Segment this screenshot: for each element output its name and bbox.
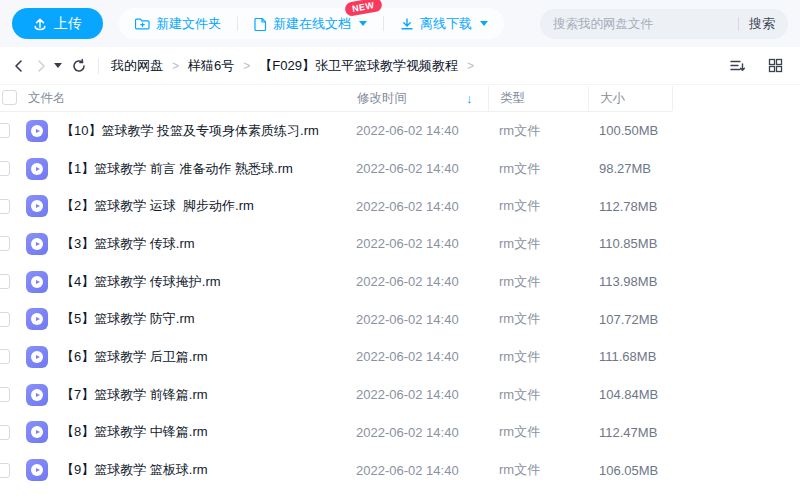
grid-view-icon[interactable] bbox=[764, 55, 786, 77]
breadcrumb-separator: > bbox=[172, 59, 179, 73]
file-name[interactable]: 【5】篮球教学 防守.rm bbox=[61, 310, 356, 328]
file-name[interactable]: 【3】篮球教学 传球.rm bbox=[61, 235, 356, 253]
toolbar-button-group: 新建文件夹 NEW 新建在线文档 离线下载 bbox=[119, 8, 504, 39]
header-bottom-border bbox=[0, 111, 672, 112]
file-type: rm文件 bbox=[499, 310, 599, 328]
table-header: 文件名 修改时间 ↓ 类型 大小 bbox=[0, 85, 800, 112]
search-box: 搜索 bbox=[540, 9, 788, 39]
refresh-button[interactable] bbox=[68, 55, 90, 77]
new-folder-label: 新建文件夹 bbox=[156, 15, 221, 33]
new-badge: NEW bbox=[344, 0, 382, 17]
select-all-checkbox[interactable] bbox=[2, 90, 17, 105]
file-modified-time: 2022-06-02 14:40 bbox=[356, 425, 499, 440]
sort-descending-icon[interactable]: ↓ bbox=[466, 85, 473, 112]
upload-button-label: 上传 bbox=[54, 15, 82, 33]
file-size: 113.98MB bbox=[599, 274, 800, 289]
file-size: 111.68MB bbox=[599, 349, 800, 364]
file-size: 104.84MB bbox=[599, 387, 800, 402]
file-type: rm文件 bbox=[499, 197, 599, 215]
column-divider bbox=[488, 86, 489, 111]
column-header-name[interactable]: 文件名 bbox=[28, 85, 66, 112]
file-type: rm文件 bbox=[499, 423, 599, 441]
column-header-size[interactable]: 大小 bbox=[600, 85, 625, 112]
video-file-icon bbox=[26, 233, 48, 255]
file-modified-time: 2022-06-02 14:40 bbox=[356, 274, 499, 289]
file-modified-time: 2022-06-02 14:40 bbox=[356, 349, 499, 364]
column-header-type[interactable]: 类型 bbox=[500, 85, 525, 112]
video-file-icon bbox=[26, 195, 48, 217]
file-type: rm文件 bbox=[499, 273, 599, 291]
row-checkbox[interactable] bbox=[0, 199, 10, 214]
breadcrumb-separator: > bbox=[243, 59, 250, 73]
download-icon bbox=[400, 17, 414, 31]
breadcrumb-separator: > bbox=[467, 59, 474, 73]
file-name[interactable]: 【4】篮球教学 传球掩护.rm bbox=[61, 273, 356, 291]
back-button[interactable] bbox=[8, 55, 30, 77]
file-size: 100.50MB bbox=[599, 123, 800, 138]
table-row[interactable]: 【10】篮球教学 投篮及专项身体素质练习.rm 2022-06-02 14:40… bbox=[0, 112, 800, 150]
file-modified-time: 2022-06-02 14:40 bbox=[356, 463, 499, 478]
row-checkbox[interactable] bbox=[0, 349, 10, 364]
breadcrumb-item-current[interactable]: 【F029】张卫平篮球教学视频教程 bbox=[259, 57, 458, 75]
table-row[interactable]: 【5】篮球教学 防守.rm 2022-06-02 14:40 rm文件 107.… bbox=[0, 300, 800, 338]
file-size: 98.27MB bbox=[599, 161, 800, 176]
file-name[interactable]: 【9】篮球教学 篮板球.rm bbox=[61, 461, 356, 479]
video-file-icon bbox=[26, 459, 48, 481]
file-size: 107.72MB bbox=[599, 312, 800, 327]
table-row[interactable]: 【7】篮球教学 前锋篇.rm 2022-06-02 14:40 rm文件 104… bbox=[0, 376, 800, 414]
row-checkbox[interactable] bbox=[0, 463, 10, 478]
file-type: rm文件 bbox=[499, 235, 599, 253]
new-online-doc-label: 新建在线文档 bbox=[273, 15, 351, 33]
offline-download-button[interactable]: 离线下载 bbox=[384, 8, 504, 39]
file-modified-time: 2022-06-02 14:40 bbox=[356, 161, 499, 176]
search-input[interactable] bbox=[553, 17, 732, 31]
table-row[interactable]: 【8】篮球教学 中锋篇.rm 2022-06-02 14:40 rm文件 112… bbox=[0, 414, 800, 452]
file-size: 112.47MB bbox=[599, 425, 800, 440]
table-row[interactable]: 【2】篮球教学 运球 脚步动作.rm 2022-06-02 14:40 rm文件… bbox=[0, 187, 800, 225]
table-row[interactable]: 【1】篮球教学 前言 准备动作 熟悉球.rm 2022-06-02 14:40 … bbox=[0, 150, 800, 188]
file-name[interactable]: 【10】篮球教学 投篮及专项身体素质练习.rm bbox=[61, 122, 356, 140]
file-name[interactable]: 【6】篮球教学 后卫篇.rm bbox=[61, 348, 356, 366]
video-file-icon bbox=[26, 120, 48, 142]
upload-icon bbox=[33, 17, 47, 31]
row-checkbox[interactable] bbox=[0, 425, 10, 440]
file-size: 106.05MB bbox=[599, 463, 800, 478]
video-file-icon bbox=[26, 346, 48, 368]
row-checkbox[interactable] bbox=[0, 236, 10, 251]
file-name[interactable]: 【8】篮球教学 中锋篇.rm bbox=[61, 423, 356, 441]
table-row[interactable]: 【6】篮球教学 后卫篇.rm 2022-06-02 14:40 rm文件 111… bbox=[0, 338, 800, 376]
row-checkbox[interactable] bbox=[0, 312, 10, 327]
video-file-icon bbox=[26, 421, 48, 443]
file-list: 【10】篮球教学 投篮及专项身体素质练习.rm 2022-06-02 14:40… bbox=[0, 112, 800, 489]
row-checkbox[interactable] bbox=[0, 123, 10, 138]
forward-button[interactable] bbox=[30, 55, 52, 77]
row-checkbox[interactable] bbox=[0, 387, 10, 402]
upload-button[interactable]: 上传 bbox=[12, 8, 103, 39]
breadcrumb-item-root[interactable]: 我的网盘 bbox=[111, 57, 163, 75]
search-divider bbox=[738, 17, 739, 31]
table-row[interactable]: 【3】篮球教学 传球.rm 2022-06-02 14:40 rm文件 110.… bbox=[0, 225, 800, 263]
file-name[interactable]: 【1】篮球教学 前言 准备动作 熟悉球.rm bbox=[61, 160, 356, 178]
file-name[interactable]: 【7】篮球教学 前锋篇.rm bbox=[61, 386, 356, 404]
view-controls bbox=[726, 55, 786, 77]
breadcrumb-item-folder[interactable]: 样猫6号 bbox=[188, 57, 234, 75]
row-checkbox[interactable] bbox=[0, 161, 10, 176]
top-toolbar: 上传 新建文件夹 NEW 新建在线文档 离线下载 bbox=[0, 0, 800, 47]
column-divider bbox=[588, 86, 589, 111]
row-checkbox[interactable] bbox=[0, 274, 10, 289]
file-name[interactable]: 【2】篮球教学 运球 脚步动作.rm bbox=[61, 197, 356, 215]
file-type: rm文件 bbox=[499, 122, 599, 140]
column-header-modified[interactable]: 修改时间 bbox=[357, 85, 407, 112]
new-folder-button[interactable]: 新建文件夹 bbox=[119, 8, 237, 39]
history-dropdown-icon[interactable] bbox=[54, 63, 62, 68]
file-size: 110.85MB bbox=[599, 236, 800, 251]
search-button[interactable]: 搜索 bbox=[749, 15, 775, 33]
breadcrumb: 我的网盘 > 样猫6号 > 【F029】张卫平篮球教学视频教程 > bbox=[111, 57, 474, 75]
file-modified-time: 2022-06-02 14:40 bbox=[356, 312, 499, 327]
sort-order-icon[interactable] bbox=[726, 55, 748, 77]
table-row[interactable]: 【9】篮球教学 篮板球.rm 2022-06-02 14:40 rm文件 106… bbox=[0, 451, 800, 489]
table-row[interactable]: 【4】篮球教学 传球掩护.rm 2022-06-02 14:40 rm文件 11… bbox=[0, 263, 800, 301]
new-online-doc-button[interactable]: NEW 新建在线文档 bbox=[238, 8, 383, 39]
video-file-icon bbox=[26, 158, 48, 180]
chevron-down-icon bbox=[480, 21, 488, 26]
